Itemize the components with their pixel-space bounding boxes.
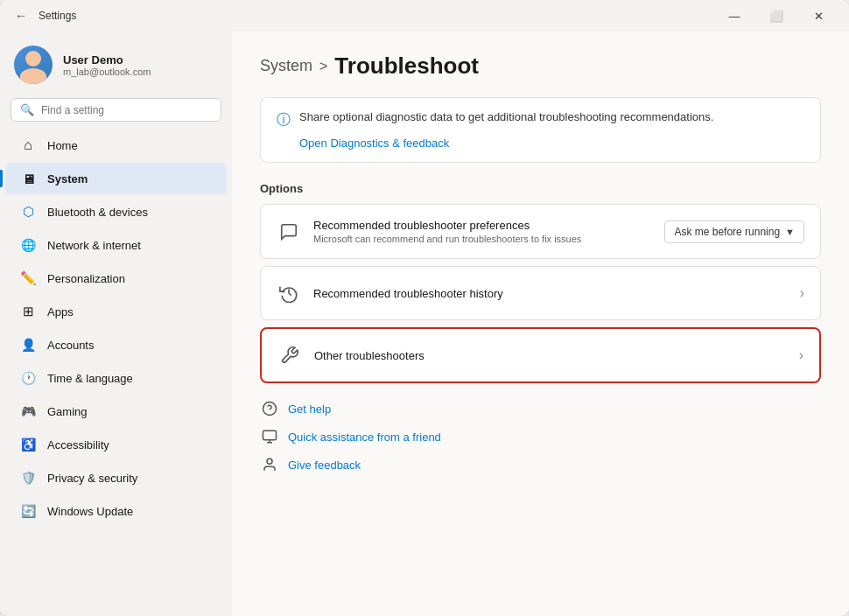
sidebar-item-label: Accounts xyxy=(47,339,94,352)
sidebar: User Demo m_lab@outlook.com 🔍 Home 🖥 Sys… xyxy=(0,32,232,616)
search-icon: 🔍 xyxy=(20,103,34,116)
personalization-icon: ✏️ xyxy=(19,270,37,287)
sidebar-item-accounts[interactable]: 👤 Accounts xyxy=(5,329,227,360)
sidebar-item-label: Time & language xyxy=(47,372,133,385)
apps-icon: ⊞ xyxy=(19,303,37,320)
quick-assist-row[interactable]: Quick assistance from a friend xyxy=(260,427,821,446)
sidebar-item-label: Windows Update xyxy=(47,505,133,518)
option-title: Recommended troubleshooter preferences xyxy=(313,219,664,232)
user-info: User Demo m_lab@outlook.com xyxy=(63,53,218,77)
sidebar-item-label: Privacy & security xyxy=(47,472,137,485)
chat-icon xyxy=(277,220,301,244)
troubleshooter-dropdown[interactable]: Ask me before running ▼ xyxy=(664,220,804,243)
search-input[interactable] xyxy=(41,104,212,116)
option-card-text: Recommended troubleshooter history xyxy=(313,287,800,300)
system-icon: 🖥 xyxy=(19,170,37,187)
option-recommended-prefs[interactable]: Recommended troubleshooter preferences M… xyxy=(260,204,821,259)
avatar-body xyxy=(20,68,46,84)
network-icon: 🌐 xyxy=(19,236,37,254)
sidebar-item-update[interactable]: 🔄 Windows Update xyxy=(5,495,227,527)
diagnostics-link[interactable]: Open Diagnostics & feedback xyxy=(299,136,804,150)
info-banner-row: ⓘ Share optional diagnostic data to get … xyxy=(277,110,804,130)
main-layout: User Demo m_lab@outlook.com 🔍 Home 🖥 Sys… xyxy=(0,32,849,616)
sidebar-item-bluetooth[interactable]: ⬡ Bluetooth & devices xyxy=(5,196,227,228)
update-icon: 🔄 xyxy=(19,502,37,520)
sidebar-item-label: Network & internet xyxy=(47,239,141,252)
window-controls: — ⬜ ✕ xyxy=(714,2,838,30)
search-box[interactable]: 🔍 xyxy=(11,98,221,122)
sidebar-item-time[interactable]: 🕐 Time & language xyxy=(5,362,227,394)
option-card-text: Other troubleshooters xyxy=(314,349,799,362)
title-bar: ← Settings — ⬜ ✕ xyxy=(0,0,849,32)
gaming-icon: 🎮 xyxy=(19,402,37,420)
avatar-head xyxy=(25,51,41,66)
option-other-troubleshooters[interactable]: Other troubleshooters › xyxy=(260,327,821,383)
breadcrumb: System > Troubleshoot xyxy=(260,52,821,80)
main-content: System > Troubleshoot ⓘ Share optional d… xyxy=(232,32,849,616)
chevron-right-icon: › xyxy=(799,347,803,363)
get-help-row[interactable]: Get help xyxy=(260,399,821,418)
sidebar-item-label: Gaming xyxy=(47,405,88,418)
sidebar-item-label: Apps xyxy=(47,305,74,318)
feedback-label[interactable]: Give feedback xyxy=(288,458,361,472)
breadcrumb-current: Troubleshoot xyxy=(334,52,479,80)
sidebar-item-system[interactable]: 🖥 System xyxy=(5,163,227,194)
title-bar-left: ← Settings xyxy=(11,5,714,26)
close-button[interactable]: ✕ xyxy=(798,2,838,30)
sidebar-item-privacy[interactable]: 🛡️ Privacy & security xyxy=(5,462,227,494)
option-title: Recommended troubleshooter history xyxy=(313,287,800,300)
info-banner-text: Share optional diagnostic data to get ad… xyxy=(299,110,713,123)
quick-assist-label[interactable]: Quick assistance from a friend xyxy=(288,430,441,444)
sidebar-item-home[interactable]: Home xyxy=(5,130,227,161)
user-profile[interactable]: User Demo m_lab@outlook.com xyxy=(0,32,232,94)
accounts-icon: 👤 xyxy=(19,336,37,354)
get-help-label[interactable]: Get help xyxy=(288,402,331,416)
feedback-icon xyxy=(260,455,279,474)
sidebar-item-label: Personalization xyxy=(47,272,125,285)
sidebar-item-label: System xyxy=(47,172,88,186)
svg-point-5 xyxy=(267,458,272,464)
sidebar-item-accessibility[interactable]: ♿ Accessibility xyxy=(5,429,227,460)
window-title: Settings xyxy=(39,10,76,22)
sidebar-item-label: Home xyxy=(47,139,78,152)
option-control: › xyxy=(799,347,803,363)
dropdown-value: Ask me before running xyxy=(674,226,780,238)
settings-window: ← Settings — ⬜ ✕ User Demo m_lab@outlook… xyxy=(0,0,849,616)
info-banner: ⓘ Share optional diagnostic data to get … xyxy=(260,97,821,163)
breadcrumb-system: System xyxy=(260,57,312,75)
option-control: Ask me before running ▼ xyxy=(664,220,804,243)
sidebar-item-network[interactable]: 🌐 Network & internet xyxy=(5,229,227,261)
minimize-button[interactable]: — xyxy=(714,2,754,30)
option-subtitle: Microsoft can recommend and run troubles… xyxy=(313,234,664,244)
sidebar-item-label: Bluetooth & devices xyxy=(47,206,148,219)
history-icon xyxy=(277,281,301,305)
sidebar-item-gaming[interactable]: 🎮 Gaming xyxy=(5,396,227,427)
quick-assist-icon xyxy=(260,427,279,446)
back-button[interactable]: ← xyxy=(11,5,32,26)
chevron-down-icon: ▼ xyxy=(785,227,795,237)
accessibility-icon: ♿ xyxy=(19,436,37,453)
privacy-icon: 🛡️ xyxy=(19,469,37,486)
svg-rect-2 xyxy=(263,430,277,440)
options-label: Options xyxy=(260,182,821,195)
info-icon: ⓘ xyxy=(277,111,291,130)
maximize-button[interactable]: ⬜ xyxy=(756,2,796,30)
chevron-right-icon: › xyxy=(800,285,804,301)
feedback-row[interactable]: Give feedback xyxy=(260,455,821,474)
avatar xyxy=(14,46,53,84)
option-card-text: Recommended troubleshooter preferences M… xyxy=(313,219,664,244)
sidebar-item-apps[interactable]: ⊞ Apps xyxy=(5,296,227,327)
option-recommended-history[interactable]: Recommended troubleshooter history › xyxy=(260,266,821,320)
sidebar-item-personalization[interactable]: ✏️ Personalization xyxy=(5,262,227,294)
home-icon xyxy=(19,136,37,154)
user-email: m_lab@outlook.com xyxy=(63,66,218,77)
get-help-icon xyxy=(260,399,279,418)
user-name: User Demo xyxy=(63,53,218,66)
sidebar-item-label: Accessibility xyxy=(47,438,109,452)
wrench-icon xyxy=(277,343,302,368)
bluetooth-icon: ⬡ xyxy=(19,203,37,220)
option-title: Other troubleshooters xyxy=(314,349,799,362)
time-icon: 🕐 xyxy=(19,369,37,387)
breadcrumb-separator: > xyxy=(319,59,327,74)
option-control: › xyxy=(800,285,804,301)
